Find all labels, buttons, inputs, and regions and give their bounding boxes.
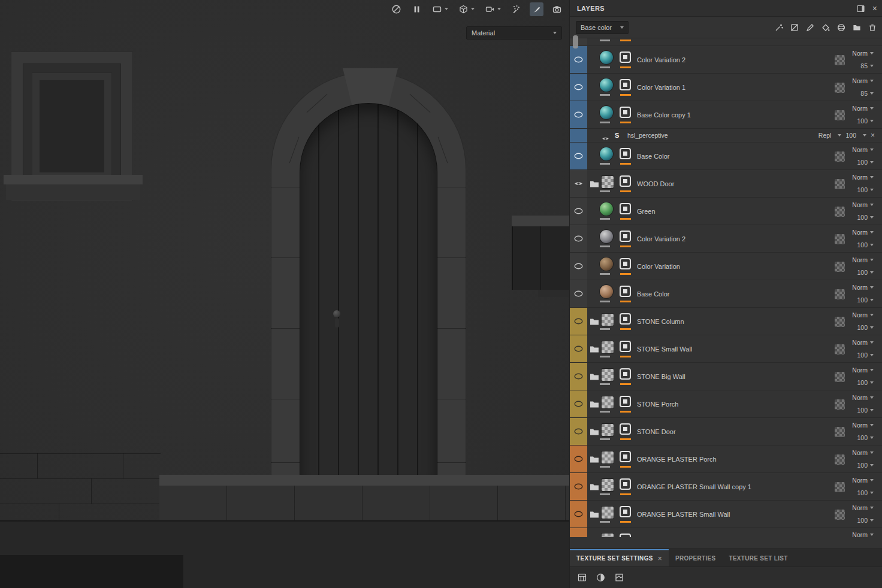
layer-row[interactable]: Green Norm 100 (570, 198, 882, 225)
particles-icon[interactable] (509, 2, 523, 16)
tab-close-icon[interactable]: × (658, 554, 662, 563)
blend-mode-dropdown[interactable]: Norm (852, 50, 874, 57)
visibility-eye-icon[interactable] (574, 208, 583, 214)
channel-blend-icon[interactable] (835, 289, 845, 299)
tab-texture-set-settings[interactable]: TEXTURE SET SETTINGS× (570, 549, 669, 566)
layer-thumbnail[interactable] (602, 369, 614, 381)
layer-thumbnail[interactable] (600, 51, 613, 64)
channel-blend-icon[interactable] (835, 317, 845, 327)
layer-row[interactable]: STONE Door Norm 100 (570, 418, 882, 445)
layer-thumbnail[interactable] (602, 424, 614, 436)
opacity-dropdown[interactable]: 100 (857, 214, 874, 221)
opacity-dropdown[interactable]: 100 (857, 296, 874, 304)
opacity-dropdown[interactable]: 100 (857, 269, 874, 276)
channel-blend-icon[interactable] (835, 399, 845, 410)
symmetry-off-icon[interactable] (389, 2, 403, 16)
channel-blend-icon[interactable] (835, 151, 845, 162)
blend-mode-dropdown[interactable]: Norm (852, 366, 874, 374)
bucket-fill-icon[interactable] (821, 23, 830, 32)
layer-thumbnail[interactable] (600, 285, 613, 298)
visibility-eye-icon[interactable] (574, 456, 583, 462)
visibility-eye-icon[interactable] (574, 401, 583, 407)
layer-thumbnail[interactable] (600, 106, 613, 119)
layer-row[interactable]: Color Variation 1 Norm 85 (570, 74, 882, 101)
layer-row[interactable]: ORANGE PLASTER Small Wall Norm 100 (570, 501, 882, 528)
blend-mode-dropdown[interactable]: Norm (852, 504, 874, 511)
blend-mode-dropdown[interactable]: Norm (852, 77, 874, 84)
blend-mode-dropdown[interactable]: Norm (852, 284, 874, 291)
visibility-eye-icon[interactable] (574, 428, 583, 435)
smart-material-icon[interactable] (774, 23, 784, 32)
effect-blend[interactable]: Repl (818, 132, 832, 139)
blend-mode-dropdown[interactable]: Norm (852, 531, 874, 537)
visibility-eye-icon[interactable] (574, 511, 583, 517)
blend-mode-dropdown[interactable]: Norm (852, 229, 874, 236)
mask-thumbnail[interactable] (620, 478, 631, 490)
blend-mode-dropdown[interactable]: Norm (852, 311, 874, 319)
visibility-eye-icon[interactable] (574, 290, 583, 297)
blend-mode-dropdown[interactable]: Norm (852, 146, 874, 153)
paint-layer-icon[interactable] (805, 23, 815, 32)
dock-panel-icon[interactable] (856, 4, 865, 13)
layer-row[interactable]: STONE Porch Norm 100 (570, 390, 882, 418)
tab-texture-set-list[interactable]: TEXTURE SET LIST (722, 549, 794, 566)
visibility-eye-icon[interactable] (574, 318, 583, 325)
blend-mode-dropdown[interactable]: Norm (852, 174, 874, 181)
mask-thumbnail[interactable] (620, 148, 631, 159)
visibility-eye-icon[interactable] (574, 111, 583, 118)
layer-row[interactable]: STONE Big Wall Norm 100 (570, 363, 882, 390)
channel-dropdown[interactable]: Base color (576, 21, 629, 34)
opacity-dropdown[interactable]: 85 (860, 62, 874, 69)
layer-row[interactable]: Base Color Norm 100 (570, 280, 882, 308)
channel-blend-icon[interactable] (835, 372, 845, 382)
paint-brush-icon[interactable] (530, 2, 543, 16)
mask-thumbnail[interactable] (620, 258, 631, 269)
channel-blend-icon[interactable] (835, 234, 845, 244)
channel-blend-icon[interactable] (835, 482, 845, 492)
channel-blend-icon[interactable] (835, 262, 845, 272)
mask-thumbnail[interactable] (620, 341, 631, 352)
layer-row[interactable]: STONE Column Norm 100 (570, 308, 882, 335)
channel-blend-icon[interactable] (835, 510, 845, 520)
layer-thumbnail[interactable] (602, 396, 614, 408)
screenshot-camera-icon[interactable] (550, 2, 564, 16)
opacity-dropdown[interactable]: 100 (857, 434, 874, 441)
channel-blend-icon[interactable] (835, 110, 845, 120)
visibility-eye-icon[interactable] (574, 373, 583, 380)
blend-mode-dropdown[interactable]: Norm (852, 256, 874, 263)
view-mode-dropdown[interactable]: Material (466, 26, 562, 40)
shader-sphere-icon[interactable] (596, 572, 606, 583)
layer-thumbnail[interactable] (602, 314, 614, 326)
display-mode-icon[interactable] (430, 2, 450, 16)
opacity-dropdown[interactable]: 100 (857, 241, 874, 248)
layer-thumbnail[interactable] (600, 202, 613, 216)
layer-row[interactable]: Base Color copy 1 Norm 100 (570, 101, 882, 129)
mask-thumbnail[interactable] (620, 107, 631, 118)
mask-thumbnail[interactable] (620, 423, 631, 435)
opacity-dropdown[interactable]: 100 (857, 351, 874, 359)
mask-thumbnail[interactable] (620, 203, 631, 214)
layer-effect-row[interactable]: S hsl_perceptive Repl 100 × (570, 129, 882, 143)
fill-layer-icon[interactable] (790, 23, 799, 32)
pause-engine-icon[interactable] (410, 2, 424, 16)
opacity-dropdown[interactable]: 100 (857, 159, 874, 166)
visibility-eye-icon[interactable] (574, 483, 583, 490)
mask-thumbnail[interactable] (620, 286, 631, 297)
tab-properties[interactable]: PROPERTIES (669, 549, 722, 566)
layer-thumbnail[interactable] (600, 147, 613, 160)
layer-thumbnail[interactable] (602, 451, 614, 463)
layer-thumbnail[interactable] (602, 479, 614, 491)
layer-row[interactable]: STONE Small Wall Norm 100 (570, 335, 882, 363)
blend-mode-dropdown[interactable]: Norm (852, 394, 874, 401)
channel-blend-icon[interactable] (835, 179, 845, 189)
opacity-dropdown[interactable]: 100 (857, 324, 874, 331)
opacity-dropdown[interactable]: 100 (857, 489, 874, 496)
visibility-eye-icon[interactable] (574, 153, 583, 159)
opacity-dropdown[interactable]: 100 (857, 186, 874, 193)
layer-thumbnail[interactable] (600, 78, 613, 92)
close-panel-icon[interactable]: × (872, 4, 877, 13)
opacity-dropdown[interactable]: 85 (860, 90, 874, 97)
layer-row[interactable]: ORANGE PLASTER Porch Norm 100 (570, 445, 882, 473)
effect-close-icon[interactable]: × (871, 131, 875, 140)
mask-thumbnail[interactable] (620, 313, 631, 325)
